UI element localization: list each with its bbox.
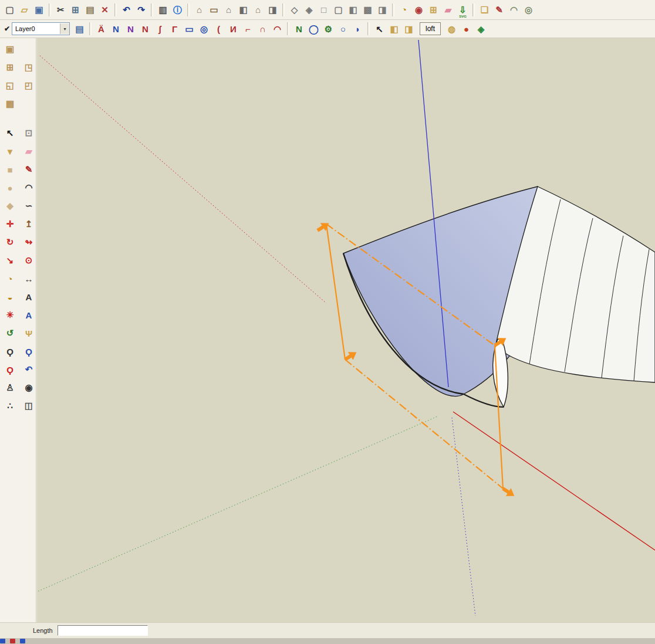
push-pull-icon[interactable]: ↥ [21,216,36,232]
previous-view-icon[interactable]: ↶ [21,362,36,377]
arc2-curve-icon[interactable]: ◠ [270,22,285,36]
pan-tool-icon[interactable]: Ψ [21,326,36,341]
orbit-tool-icon[interactable]: ↺ [2,326,18,341]
line-tool-icon[interactable]: ✎ [21,162,36,177]
node-curve-icon[interactable]: N [292,22,306,36]
arc-curve-icon[interactable]: ( [211,22,226,36]
text-tool-icon[interactable]: A [21,289,36,304]
view-top-icon[interactable]: ▭ [207,2,221,17]
layer-select[interactable]: Layer0 ▾ [12,22,70,35]
text3d-tool-icon[interactable]: A [21,307,36,323]
style-hiddenline-icon[interactable]: ▢ [331,2,346,17]
polyline-curve-icon[interactable]: N [123,22,138,36]
axes-tool-icon[interactable]: ✳ [2,307,18,323]
eraser-tool-icon[interactable]: ▰ [21,144,36,159]
protractor-icon[interactable]: ◒ [2,289,18,304]
ellipse-icon[interactable]: ○ [336,22,350,36]
rings-icon[interactable]: ◎ [521,2,536,17]
redo-icon[interactable]: ↷ [134,2,148,17]
weave-sphere-icon[interactable]: ◍ [444,22,459,36]
rotate-tool-icon[interactable]: ↻ [2,235,18,250]
zoom-window-icon[interactable]: Ϙ [21,344,36,359]
style-xray-icon[interactable]: ◇ [287,2,302,17]
layer-manager-icon[interactable]: ▤ [72,22,87,36]
walk-tool-icon[interactable]: ∴ [2,398,18,413]
u-curve-icon[interactable]: ∩ [255,22,270,36]
leaf-shape-icon[interactable]: ◗ [350,22,365,36]
view-front-icon[interactable]: ⌂ [221,2,236,17]
catmull-curve-icon[interactable]: N [138,22,153,36]
taskbar-app-2[interactable] [10,639,15,643]
follow-me-icon[interactable]: ↬ [21,235,36,250]
sphere-red-icon[interactable]: ● [459,22,474,36]
loft-button[interactable]: loft [420,22,441,35]
chevron-down-icon[interactable]: ▾ [60,23,69,34]
position-camera-icon[interactable]: ♙ [2,380,18,395]
style-backedges-icon[interactable]: ◈ [302,2,316,17]
bezier-edit-icon[interactable]: Ä [94,22,109,36]
polygon-tool-icon[interactable]: ◆ [2,198,18,213]
zoom-tool-icon[interactable]: Ϙ [2,344,18,359]
zoom-extents-icon[interactable]: Ϙ [2,362,18,377]
jpp-round-icon[interactable]: ◱ [2,78,18,93]
rectangle-tool-icon[interactable]: ■ [2,162,18,177]
rounded-rect-icon[interactable]: ▭ [182,22,197,36]
section-plane-icon[interactable]: ◫ [21,398,36,413]
delete-icon[interactable]: ✕ [97,2,112,17]
paste-icon[interactable]: ▤ [83,2,97,17]
look-around-icon[interactable]: ◉ [21,380,36,395]
wrench-icon[interactable]: ⚙ [321,22,336,36]
dimension-tool-icon[interactable]: ↔ [21,271,36,286]
stopwatch-icon[interactable]: ◔ [397,2,411,17]
shape-polygon-icon[interactable]: ◯ [306,22,321,36]
corner-curve-icon[interactable]: Γ [167,22,182,36]
copy-icon[interactable]: ⊞ [68,2,83,17]
view-right-icon[interactable]: ◧ [236,2,251,17]
jpp-extrude-icon[interactable]: ⊞ [2,60,18,75]
model-info-icon[interactable]: ⓘ [170,2,185,17]
extrude-edges-icon[interactable]: ◧ [387,22,401,36]
paint-bucket-icon[interactable]: ▼ [2,144,18,159]
jpp-vector-icon[interactable]: ◰ [21,78,36,93]
length-input[interactable] [58,625,148,636]
view-iso-icon[interactable]: ⌂ [192,2,207,17]
offset-tool-icon[interactable]: ⊙ [21,253,36,268]
circle-tool-icon[interactable]: ● [2,180,18,195]
l-curve-icon[interactable]: ⌐ [241,22,255,36]
taskbar-app-1[interactable] [0,639,5,643]
bezier-curve-icon[interactable]: N [109,22,123,36]
tape-measure-icon[interactable]: ◔ [2,271,18,286]
modeling-viewport[interactable] [37,38,655,623]
jpp-follow-icon[interactable]: ◳ [21,60,36,75]
svg-export-icon[interactable]: ⇩SVG [455,2,470,17]
layer-visible-check[interactable]: ✔ [2,25,12,33]
note-icon[interactable]: ❏ [477,2,492,17]
arc-tool-icon[interactable]: ◠ [21,180,36,195]
extrude-faces-icon[interactable]: ◨ [401,22,416,36]
marker-icon[interactable]: ✎ [492,2,507,17]
spiral-icon[interactable]: ◎ [197,22,211,36]
new-icon[interactable]: ▢ [2,2,17,17]
viewport-svg[interactable] [37,38,655,623]
taskbar-app-3[interactable] [20,639,25,643]
undo-icon[interactable]: ↶ [119,2,134,17]
components-icon[interactable]: ⊞ [426,2,441,17]
style-textured-icon[interactable]: ▩ [360,2,375,17]
zigzag-curve-icon[interactable]: И [226,22,241,36]
s-curve-icon[interactable]: ʃ [153,22,167,36]
style-monochrome-icon[interactable]: ◨ [375,2,390,17]
select-tool-icon[interactable]: ↖ [2,126,18,141]
dome-icon[interactable]: ◠ [507,2,521,17]
select-arrow-icon[interactable]: ↖ [372,22,387,36]
view-left-icon[interactable]: ◨ [265,2,280,17]
style-wireframe-icon[interactable]: □ [316,2,331,17]
scale-tool-icon[interactable]: ↘ [2,253,18,268]
magnet-icon[interactable]: ◉ [411,2,426,17]
cut-icon[interactable]: ✂ [53,2,68,17]
gem-icon[interactable]: ◈ [474,22,488,36]
print-icon[interactable]: ▥ [156,2,170,17]
jpp-box-icon[interactable]: ▣ [2,42,18,57]
save-icon[interactable]: ▣ [32,2,46,17]
move-tool-icon[interactable]: ✛ [2,216,18,232]
open-icon[interactable]: ▱ [17,2,32,17]
